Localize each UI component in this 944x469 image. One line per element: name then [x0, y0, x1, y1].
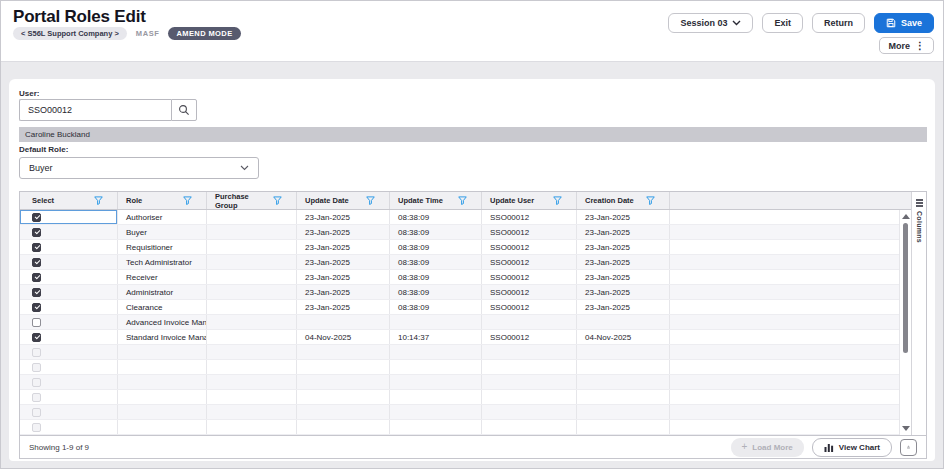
column-header-update-time[interactable]: Update Time	[390, 192, 482, 209]
purchase-group-cell	[207, 270, 297, 284]
table-row[interactable]: Receiver23-Jan-202508:38:09SSO0001223-Ja…	[20, 270, 899, 285]
export-button[interactable]	[900, 439, 917, 456]
row-select-checkbox[interactable]	[32, 288, 41, 297]
return-button[interactable]: Return	[812, 13, 865, 33]
filter-icon[interactable]	[366, 196, 375, 205]
creation-date-cell: 23-Jan-2025	[577, 300, 670, 314]
company-badge[interactable]: < S56L Support Company >	[13, 27, 127, 40]
column-header-select[interactable]: Select	[20, 192, 118, 209]
filter-icon[interactable]	[183, 196, 192, 205]
filter-icon[interactable]	[458, 196, 467, 205]
update-date-cell: 23-Jan-2025	[297, 285, 390, 299]
role-cell: Requisitioner	[118, 240, 207, 254]
filter-icon[interactable]	[273, 196, 282, 205]
column-header-update-date[interactable]: Update Date	[297, 192, 390, 209]
table-row[interactable]: Authoriser23-Jan-202508:38:09SSO0001223-…	[20, 210, 899, 225]
filler-cell	[670, 270, 899, 284]
table-row[interactable]: Buyer23-Jan-202508:38:09SSO0001223-Jan-2…	[20, 225, 899, 240]
table-row[interactable]: Clearance23-Jan-202508:38:09SSO0001223-J…	[20, 300, 899, 315]
creation-date-cell: 23-Jan-2025	[577, 240, 670, 254]
session-dropdown[interactable]: Session 03	[668, 13, 753, 33]
scroll-up-arrow[interactable]	[902, 214, 910, 219]
user-input[interactable]	[19, 99, 171, 121]
row-select-checkbox[interactable]	[32, 333, 41, 342]
update-time-cell	[390, 390, 482, 404]
update-user-cell	[482, 360, 577, 374]
column-header-purchase-group[interactable]: Purchase Group	[207, 192, 297, 209]
table-row[interactable]: Requisitioner23-Jan-202508:38:09SSO00012…	[20, 240, 899, 255]
row-select-checkbox[interactable]	[32, 228, 41, 237]
purchase-group-cell	[207, 405, 297, 419]
creation-date-cell: 04-Nov-2025	[577, 330, 670, 344]
purchase-group-cell	[207, 420, 297, 434]
roles-grid: SelectRolePurchase GroupUpdate DateUpdat…	[20, 192, 899, 435]
row-select-checkbox-disabled	[32, 378, 41, 387]
update-date-cell: 23-Jan-2025	[297, 225, 390, 239]
update-time-cell: 08:38:09	[390, 300, 482, 314]
row-select-checkbox[interactable]	[32, 318, 41, 327]
table-footer: Showing 1-9 of 9 + Load More View Chart	[20, 435, 926, 458]
role-cell	[118, 345, 207, 359]
exit-button[interactable]: Exit	[762, 13, 803, 33]
role-cell	[118, 360, 207, 374]
select-cell	[20, 390, 118, 404]
column-header-filler	[670, 192, 899, 209]
download-tray-icon	[907, 442, 910, 452]
role-cell: Clearance	[118, 300, 207, 314]
row-select-checkbox[interactable]	[32, 273, 41, 282]
table-header-row: SelectRolePurchase GroupUpdate DateUpdat…	[20, 192, 899, 210]
scrollbar-track[interactable]	[899, 210, 911, 435]
role-cell	[118, 390, 207, 404]
table-row[interactable]: Advanced Invoice Mana...	[20, 315, 899, 330]
vertical-scrollbar[interactable]	[899, 192, 911, 435]
update-user-cell: SSO00012	[482, 300, 577, 314]
update-user-cell	[482, 405, 577, 419]
row-select-checkbox[interactable]	[32, 213, 41, 222]
select-cell	[20, 375, 118, 389]
row-select-checkbox[interactable]	[32, 303, 41, 312]
load-more-button[interactable]: + Load More	[731, 438, 804, 457]
purchase-group-cell	[207, 255, 297, 269]
table-row[interactable]: Standard Invoice Mana...04-Nov-202510:14…	[20, 330, 899, 345]
scroll-down-arrow[interactable]	[902, 426, 910, 431]
row-select-checkbox[interactable]	[32, 258, 41, 267]
select-cell	[20, 255, 118, 269]
table-row[interactable]: Administrator23-Jan-202508:38:09SSO00012…	[20, 285, 899, 300]
filter-icon[interactable]	[553, 196, 562, 205]
creation-date-cell	[577, 315, 670, 329]
column-header-creation-date[interactable]: Creation Date	[577, 192, 670, 209]
column-header-role[interactable]: Role	[118, 192, 207, 209]
user-search-button[interactable]	[171, 99, 197, 121]
row-select-checkbox[interactable]	[32, 243, 41, 252]
update-date-cell: 23-Jan-2025	[297, 240, 390, 254]
columns-panel-toggle[interactable]: Columns	[911, 192, 926, 435]
header-actions: Session 03 Exit Return Save More ⋮	[668, 13, 934, 54]
filler-cell	[670, 255, 899, 269]
program-code: MASF	[136, 29, 160, 38]
update-user-cell	[482, 390, 577, 404]
update-date-cell: 23-Jan-2025	[297, 300, 390, 314]
scrollbar-thumb[interactable]	[903, 223, 908, 353]
filter-icon[interactable]	[646, 196, 655, 205]
default-role-select[interactable]: Buyer	[19, 157, 259, 179]
update-date-cell	[297, 345, 390, 359]
filter-icon[interactable]	[94, 196, 103, 205]
top-bar: Portal Roles Edit < S56L Support Company…	[1, 1, 943, 62]
purchase-group-cell	[207, 330, 297, 344]
column-header-update-user[interactable]: Update User	[482, 192, 577, 209]
view-chart-button[interactable]: View Chart	[812, 438, 892, 457]
select-cell	[20, 345, 118, 359]
update-user-cell: SSO00012	[482, 225, 577, 239]
filler-cell	[670, 360, 899, 374]
update-date-cell	[297, 390, 390, 404]
more-button[interactable]: More ⋮	[879, 37, 934, 54]
save-button[interactable]: Save	[874, 13, 934, 33]
creation-date-cell	[577, 420, 670, 434]
update-user-cell: SSO00012	[482, 210, 577, 224]
table-row-empty	[20, 360, 899, 375]
update-date-cell	[297, 375, 390, 389]
table-row[interactable]: Tech Administrator23-Jan-202508:38:09SSO…	[20, 255, 899, 270]
table-row-empty	[20, 405, 899, 420]
update-date-cell: 23-Jan-2025	[297, 210, 390, 224]
update-date-cell: 23-Jan-2025	[297, 270, 390, 284]
